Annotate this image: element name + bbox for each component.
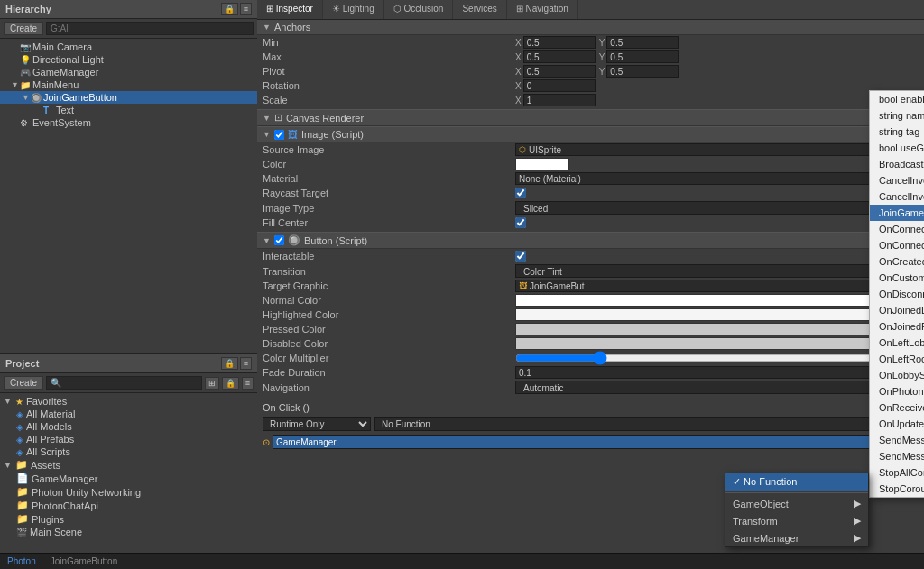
- method-string-name[interactable]: string name: [870, 107, 924, 124]
- image-type-select[interactable]: Sliced: [515, 201, 919, 215]
- favorites-folder[interactable]: ▼ ★ Favorites: [0, 395, 257, 408]
- checkmark-icon: ✓: [733, 476, 741, 487]
- method-onleftroom[interactable]: OnLeftRoom (): [870, 351, 924, 367]
- navigation-select[interactable]: Automatic: [515, 381, 919, 394]
- gamemanager-func-item[interactable]: GameManager ▶: [725, 529, 868, 546]
- method-onconnectedtophoton[interactable]: OnConnectedToPhoton (): [870, 237, 924, 253]
- image-section: ▼ 🖼 Image (Script) Source Image ⬡ UISpri…: [257, 126, 924, 230]
- method-stopcoroutine-string[interactable]: StopCoroutine (string): [870, 481, 924, 497]
- tab-lighting[interactable]: ☀ Lighting: [323, 0, 384, 19]
- image-header[interactable]: ▼ 🖼 Image (Script): [257, 126, 924, 142]
- color-swatch[interactable]: [515, 158, 569, 170]
- color-multiplier-slider[interactable]: [515, 353, 919, 363]
- highlighted-color-swatch[interactable]: [515, 308, 919, 321]
- method-bool-enabled[interactable]: bool enabled: [870, 91, 924, 107]
- tab-inspector[interactable]: ⊞ Inspector: [257, 0, 323, 19]
- tree-item-directional-light[interactable]: 💡 Directional Light: [0, 53, 257, 66]
- max-y-input[interactable]: [606, 50, 679, 63]
- method-sendmessageupwards[interactable]: SendMessageUpwards (string): [870, 448, 924, 464]
- method-oncreatedroom[interactable]: OnCreatedRoom (): [870, 253, 924, 270]
- inspector-panel: ⊞ Inspector ☀ Lighting ⬡ Occlusion Servi…: [257, 0, 924, 553]
- method-onupdatedfriendlist[interactable]: OnUpdatedFriendList (): [870, 416, 924, 432]
- method-onleftlobby[interactable]: OnLeftLobby (): [870, 335, 924, 351]
- all-scripts-row[interactable]: ◈ All Scripts: [0, 445, 257, 458]
- method-onconnectedtomaster[interactable]: OnConnectedToMaster (): [870, 221, 924, 237]
- gameobject-item[interactable]: GameObject ▶: [725, 495, 868, 512]
- tab-services[interactable]: Services: [453, 0, 506, 19]
- pivot-x-input[interactable]: [523, 65, 596, 78]
- method-broadcastmessage[interactable]: BroadcastMessage (string): [870, 156, 924, 172]
- tree-item-gamemanager[interactable]: 🎮 GameManager: [0, 66, 257, 78]
- hierarchy-menu-btn[interactable]: ≡: [240, 3, 252, 15]
- min-y-input[interactable]: [606, 36, 679, 49]
- favorites-star-icon: ★: [15, 397, 23, 407]
- scale-x-input[interactable]: [523, 94, 596, 106]
- gameobj-input[interactable]: [273, 435, 903, 449]
- method-sendmessage-string[interactable]: SendMessage (string): [870, 432, 924, 448]
- raycast-checkbox[interactable]: [515, 188, 526, 198]
- hierarchy-search-input[interactable]: [46, 22, 254, 35]
- fill-center-checkbox[interactable]: [515, 217, 526, 228]
- method-stopallcoroutines[interactable]: StopAllCoroutines (): [870, 464, 924, 481]
- project-panel-icons: 🔒 ≡: [221, 357, 252, 370]
- canvas-renderer-header[interactable]: ▼ ⊡ Canvas Renderer: [257, 109, 924, 126]
- gamemanager-asset-row[interactable]: 📄 GameManager: [0, 472, 257, 485]
- project-lock-btn[interactable]: 🔒: [221, 357, 238, 370]
- tab-occlusion[interactable]: ⬡ Occlusion: [384, 0, 454, 19]
- method-oncustomauthfailed[interactable]: OnCustomAuthenticationFailed (string): [870, 270, 924, 286]
- button-header[interactable]: ▼ 🔘 Button (Script): [257, 232, 924, 249]
- pivot-y-input[interactable]: [606, 65, 679, 78]
- rotation-x-input[interactable]: [523, 79, 596, 92]
- method-ondisconnectedfromphoton[interactable]: OnDisconnectedFromPhoton (): [870, 286, 924, 302]
- button-enabled-checkbox[interactable]: [274, 235, 284, 245]
- assets-folder[interactable]: ▼ 📁 Assets: [0, 458, 257, 472]
- tree-item-mainmenu[interactable]: ▼ 📁 MainMenu: [0, 78, 257, 91]
- project-expand-btn[interactable]: ≡: [242, 377, 254, 390]
- method-joingame[interactable]: JoinGame (): [870, 205, 924, 221]
- tree-item-main-camera[interactable]: 📷 Main Camera: [0, 41, 257, 53]
- method-cancelinvoke-string[interactable]: CancelInvoke (string): [870, 172, 924, 188]
- hierarchy-lock-btn[interactable]: 🔒: [221, 3, 238, 15]
- runtime-select[interactable]: Runtime Only: [263, 417, 371, 431]
- plugins-row[interactable]: 📁 Plugins: [0, 512, 257, 526]
- method-onjoinedroom[interactable]: OnJoinedRoom (): [870, 318, 924, 335]
- method-onjoinedlobby[interactable]: OnJoinedLobby (): [870, 302, 924, 318]
- anchors-header[interactable]: ▼ Anchors: [257, 20, 924, 35]
- image-enabled-checkbox[interactable]: [274, 130, 284, 140]
- method-string-tag[interactable]: string tag: [870, 124, 924, 140]
- project-lock-btn2[interactable]: 🔒: [222, 377, 239, 390]
- pressed-color-swatch[interactable]: [515, 323, 919, 335]
- project-menu-btn[interactable]: ≡: [240, 357, 252, 370]
- disabled-color-swatch[interactable]: [515, 337, 919, 350]
- all-models-row[interactable]: ◈ All Models: [0, 420, 257, 433]
- method-onphotonmaxcccureached[interactable]: OnPhotonMaxCccuReached (): [870, 383, 924, 399]
- all-prefabs-row[interactable]: ◈ All Prefabs: [0, 433, 257, 445]
- hierarchy-create-btn[interactable]: Create: [4, 22, 43, 35]
- max-x-input[interactable]: [523, 50, 596, 63]
- transform-item[interactable]: Transform ▶: [725, 512, 868, 529]
- function-select[interactable]: No Function: [374, 417, 919, 431]
- fade-duration-input[interactable]: [515, 366, 919, 379]
- tree-item-eventsystem[interactable]: ⚙ EventSystem: [0, 116, 257, 129]
- transition-select[interactable]: Color Tint: [515, 264, 919, 278]
- tree-item-joingamebutton[interactable]: ▼ 🔘 JoinGameButton: [0, 91, 257, 104]
- raycast-row: Raycast Target: [257, 186, 924, 200]
- tree-item-text[interactable]: T Text: [0, 104, 257, 116]
- project-search-input[interactable]: [46, 376, 202, 390]
- normal-color-swatch[interactable]: [515, 294, 919, 307]
- photon-unity-row[interactable]: 📁 Photon Unity Networking: [0, 485, 257, 499]
- tab-navigation[interactable]: ⊞ Navigation: [507, 0, 578, 19]
- method-onreceivedroomlistupdate[interactable]: OnReceivedRoomListUpdate (): [870, 399, 924, 416]
- project-create-btn[interactable]: Create: [4, 376, 43, 390]
- all-material-row[interactable]: ◈ All Material: [0, 408, 257, 420]
- method-bool-useguilayout[interactable]: bool useGUILayout: [870, 140, 924, 156]
- interactable-checkbox[interactable]: [515, 251, 526, 262]
- photonchat-row[interactable]: 📁 PhotonChatApi: [0, 499, 257, 512]
- method-cancelinvoke[interactable]: CancelInvoke (): [870, 188, 924, 205]
- method-onlobbystatisticsupdate[interactable]: OnLobbyStatisticsUpdate (): [870, 367, 924, 383]
- main-scene-row[interactable]: 🎬 Main Scene: [0, 526, 257, 538]
- tab-navigation-label: Navigation: [526, 4, 568, 14]
- no-function-item[interactable]: ✓ No Function: [725, 473, 868, 491]
- project-filter-btn[interactable]: ⊞: [205, 377, 219, 390]
- min-x-input[interactable]: [523, 36, 596, 49]
